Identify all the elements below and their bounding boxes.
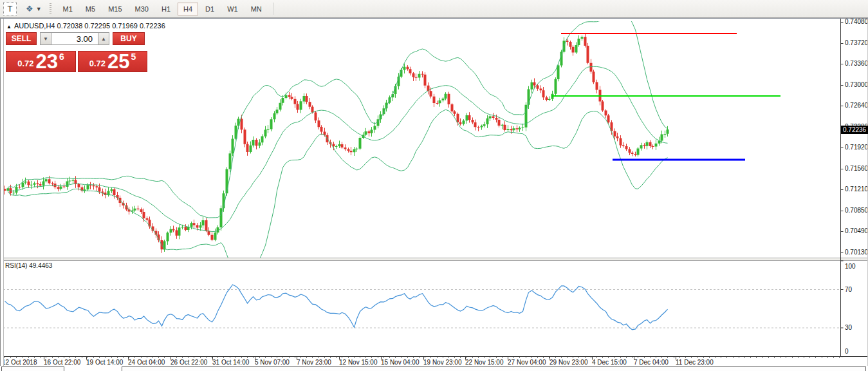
time-axis-label: 7 Dec 04:00 [634,359,669,366]
cursor-dropdown-icon[interactable]: ▼ [36,6,42,12]
chart-window: ▲AUDUSD,H4 0.72038 0.72295 0.71969 0.722… [0,18,868,371]
sell-price-box[interactable]: 0.72 23 6 [6,51,76,72]
top-toolbar: T ❖ ▼ M1 M5 M15 M30 H1 H4 D1 W1 MN [0,0,868,18]
timeframe-button-h4[interactable]: H4 [178,3,198,15]
price-axis-label: 0.73360 [845,60,868,67]
background-window-1[interactable] [1,366,64,371]
direction-up-icon: ▲ [6,24,12,30]
price-axis-label: 0.70490 [845,227,868,234]
symbol-ohlc-text: AUDUSD,H4 0.72038 0.72295 0.71969 0.7223… [14,22,165,30]
rsi-line [5,285,668,330]
background-window-2[interactable] [122,366,866,371]
cursor-mode-icon[interactable]: ❖ [26,4,33,14]
timeframe-button-mn[interactable]: MN [245,3,268,15]
mdi-bottom-strip [0,366,868,371]
current-price-tag: 0.72236 [841,126,868,134]
buy-price-big: 25 [107,52,129,71]
timeframe-button-h1[interactable]: H1 [156,3,176,15]
price-axis-label: 0.70130 [845,249,868,256]
price-axis-label: 0.73720 [845,39,868,46]
time-axis-label: 22 Nov 15:00 [465,359,504,366]
time-axis-label: 31 Oct 14:00 [212,359,249,366]
buy-price-pip: 5 [131,52,136,62]
price-axis-label: 0.71920 [845,144,868,151]
buy-price-box[interactable]: 0.72 25 5 [78,51,147,72]
time-axis-label: 12 Oct 2018 [2,359,37,366]
time-axis-label: 29 Nov 23:00 [549,359,588,366]
one-click-trading-panel: SELL ▼ 3.00 ▲ BUY 0.72 23 6 0.72 25 5 [6,32,149,72]
price-axis-label: 0.71560 [845,165,868,172]
timeframe-button-m5[interactable]: M5 [80,3,101,15]
time-axis-label: 15 Nov 04:00 [381,359,420,366]
timeframe-button-m30[interactable]: M30 [129,3,154,15]
symbol-ohlc-line: ▲AUDUSD,H4 0.72038 0.72295 0.71969 0.722… [6,22,165,30]
volume-decrease-button[interactable]: ▼ [40,32,51,45]
volume-increase-button[interactable]: ▲ [98,32,109,45]
rsi-scale-label: 0 [845,348,849,355]
toolbar-separator [273,3,274,15]
sell-price-big: 23 [36,52,58,71]
time-axis-label: 11 Dec 23:00 [676,359,714,366]
time-axis-label: 12 Nov 15:00 [339,359,378,366]
buy-button[interactable]: BUY [113,32,145,45]
bollinger-lower-band [8,109,668,281]
sell-price-prefix: 0.72 [17,59,33,68]
timeframe-button-m1[interactable]: M1 [57,3,78,15]
bollinger-middle-band [8,66,668,231]
time-axis-label: 5 Nov 07:00 [255,359,290,366]
price-axis-label: 0.72640 [845,102,868,109]
sell-button[interactable]: SELL [6,32,37,45]
price-axis-label: 0.74080 [845,18,868,25]
text-tool-button[interactable]: T [3,2,17,15]
window-left-frame [0,19,4,366]
timeframe-button-m15[interactable]: M15 [102,3,127,15]
toolbar-grip-handle[interactable] [50,3,51,15]
buy-price-prefix: 0.72 [89,59,106,68]
time-axis-label: 24 Oct 04:00 [128,359,165,366]
price-axis-label: 0.70850 [845,207,868,214]
time-axis-label: 26 Oct 22:00 [171,359,207,366]
timeframe-button-d1[interactable]: D1 [199,3,220,15]
time-axis-label: 19 Nov 23:00 [423,359,462,366]
rsi-scale-label: 100 [845,263,856,270]
rsi-scale-label: 70 [845,286,852,293]
rsi-indicator-label: RSI(14) 49.4463 [5,262,52,269]
price-axis-label: 0.73000 [845,81,868,88]
rsi-scale-label: 30 [845,324,852,331]
time-axis-label: 16 Oct 22:00 [44,359,80,366]
time-axis-label: 19 Oct 14:00 [86,359,123,366]
sell-price-pip: 6 [59,52,64,62]
volume-input[interactable]: 3.00 [51,32,98,45]
pane-splitter[interactable] [3,258,868,261]
timeframe-button-w1[interactable]: W1 [221,3,244,15]
time-axis-label: 27 Nov 04:00 [508,359,546,366]
price-axis-label: 0.71210 [845,186,868,193]
time-axis-label: 7 Nov 23:00 [297,359,331,366]
time-axis-label: 4 Dec 15:00 [592,359,627,366]
